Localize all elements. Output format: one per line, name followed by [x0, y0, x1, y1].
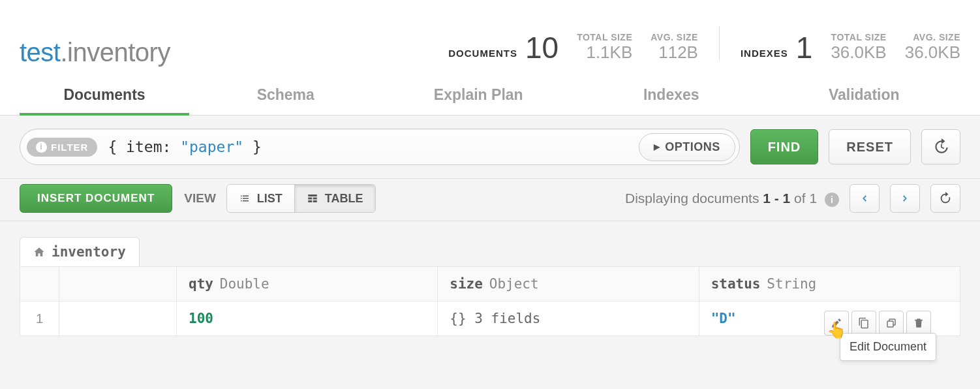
col-status[interactable]: status String [699, 267, 960, 302]
stat-docs-total-size: TOTAL SIZE 1.1KB [577, 32, 632, 63]
tab-documents[interactable]: Documents [20, 77, 189, 116]
filter-chip: i FILTER [27, 138, 97, 157]
insert-document-button[interactable]: INSERT DOCUMENT [20, 184, 172, 213]
history-button[interactable] [921, 129, 960, 164]
table-icon [307, 193, 318, 204]
clone-icon [885, 317, 897, 329]
namespace: test.inventory [20, 39, 170, 65]
caret-right-icon: ▶ [654, 142, 660, 151]
prev-page-button[interactable] [850, 184, 880, 213]
col-rownum [20, 267, 59, 302]
filter-input[interactable]: i FILTER { item: "paper" } ▶ OPTIONS [20, 129, 740, 165]
tabs: Documents Schema Explain Plan Indexes Va… [0, 77, 980, 116]
edit-document-button[interactable] [824, 311, 849, 335]
copy-document-button[interactable] [851, 311, 876, 335]
copy-icon [858, 317, 870, 329]
table-row[interactable]: 1 100 {} 3 fields "D" 👆 Edit Document [20, 302, 960, 336]
chevron-right-icon [900, 191, 910, 206]
cell-size[interactable]: {} 3 fields [438, 302, 699, 336]
next-page-button[interactable] [890, 184, 920, 213]
breadcrumb[interactable]: inventory [20, 237, 140, 266]
refresh-icon [938, 191, 953, 206]
documents-table: qty Double size Object status String 1 1… [20, 266, 960, 336]
cell-status[interactable]: "D" 👆 Edit Document [699, 302, 960, 336]
view-label: VIEW [184, 191, 216, 206]
content: inventory qty Double size Object status … [0, 221, 980, 389]
find-button[interactable]: FIND [750, 129, 819, 164]
delete-document-button[interactable] [906, 311, 931, 335]
trash-icon [913, 317, 925, 329]
row-expand[interactable] [59, 302, 177, 336]
tab-indexes[interactable]: Indexes [575, 77, 768, 116]
options-button[interactable]: ▶ OPTIONS [639, 133, 735, 161]
tab-schema[interactable]: Schema [189, 77, 382, 116]
stat-indexes: INDEXES 1 [741, 33, 812, 63]
view-toggle: LIST TABLE [226, 184, 376, 213]
filter-bar: i FILTER { item: "paper" } ▶ OPTIONS FIN… [0, 116, 980, 179]
refresh-button[interactable] [930, 184, 960, 213]
reset-button[interactable]: RESET [829, 129, 911, 164]
stat-documents: DOCUMENTS 10 [448, 33, 559, 63]
display-status: Displaying documents 1 - 1 of 1 i [625, 191, 839, 207]
info-icon: i [825, 193, 839, 207]
col-qty[interactable]: qty Double [177, 267, 438, 302]
view-list-button[interactable]: LIST [227, 185, 294, 212]
row-actions [824, 311, 931, 335]
history-icon [932, 138, 949, 155]
pencil-icon [831, 317, 842, 329]
stat-docs-avg-size: AVG. SIZE 112B [651, 32, 698, 63]
stat-idx-total-size: TOTAL SIZE 36.0KB [831, 32, 886, 63]
cell-qty[interactable]: 100 [177, 302, 438, 336]
tab-validation[interactable]: Validation [768, 77, 961, 116]
action-bar: INSERT DOCUMENT VIEW LIST TABLE Displayi… [0, 179, 980, 221]
tooltip: Edit Document [840, 333, 936, 361]
stat-idx-avg-size: AVG. SIZE 36.0KB [905, 32, 960, 63]
col-size[interactable]: size Object [438, 267, 699, 302]
home-icon [33, 246, 45, 258]
filter-query[interactable]: { item: "paper" } [97, 138, 638, 155]
row-index: 1 [20, 302, 59, 336]
collection-header: test.inventory DOCUMENTS 10 TOTAL SIZE 1… [0, 0, 980, 65]
list-icon [239, 193, 251, 204]
collection-stats: DOCUMENTS 10 TOTAL SIZE 1.1KB AVG. SIZE … [448, 26, 960, 65]
tab-explain-plan[interactable]: Explain Plan [382, 77, 575, 116]
clone-document-button[interactable] [879, 311, 904, 335]
info-icon: i [36, 142, 47, 153]
view-table-button[interactable]: TABLE [294, 185, 375, 212]
namespace-db: test [20, 38, 60, 67]
col-expand [59, 267, 177, 302]
namespace-collection: inventory [67, 38, 170, 67]
chevron-left-icon [860, 191, 869, 206]
